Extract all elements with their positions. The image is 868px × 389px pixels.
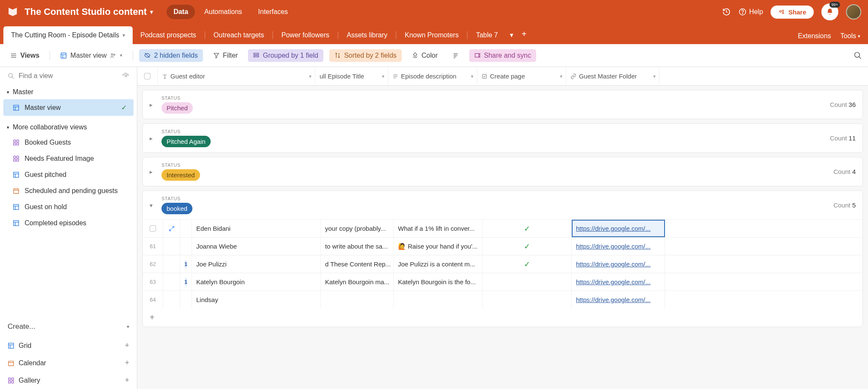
views-button[interactable]: Views (6, 49, 44, 62)
add-record-button[interactable]: + (143, 308, 862, 327)
cell-description[interactable] (394, 291, 483, 308)
status-pill: Pitched (161, 102, 193, 114)
cell-folder[interactable]: https://drive.google.com/... (572, 255, 665, 273)
user-avatar[interactable] (846, 4, 861, 20)
folder-link[interactable]: https://drive.google.com/... (576, 296, 651, 303)
svg-point-3 (782, 10, 784, 11)
column-header-create[interactable]: Create page ▾ (477, 67, 566, 85)
table-tab[interactable]: Table 7 (468, 26, 506, 44)
cell-title[interactable]: your copy (probably... (321, 220, 394, 237)
cell-title[interactable]: Katelyn Bourgoin ma... (321, 273, 394, 291)
app-logo-icon[interactable] (7, 6, 19, 18)
cell-create-page[interactable] (483, 273, 572, 291)
cell-description[interactable]: 🙋 Raise your hand if you'... (394, 238, 483, 255)
share-sync-button[interactable]: Share and sync (469, 49, 536, 62)
folder-link[interactable]: https://drive.google.com/... (576, 225, 651, 232)
table-tab[interactable]: Podcast prospects (133, 26, 204, 44)
nav-data[interactable]: Data (167, 5, 195, 19)
current-view-button[interactable]: Master view ▾ (56, 49, 127, 62)
expand-record-button[interactable] (163, 273, 180, 291)
group-header[interactable]: ▸STATUSPitched AgainCount 11 (143, 124, 862, 152)
expand-record-button[interactable] (163, 291, 180, 308)
create-view-item[interactable]: Calendar+ (0, 354, 137, 372)
row-checkbox[interactable] (150, 225, 156, 232)
notifications-button[interactable]: 99+ (821, 3, 838, 20)
sidebar-item[interactable]: Scheduled and pending guests (0, 183, 137, 199)
help-button[interactable]: Help (739, 8, 763, 16)
column-header-folder[interactable]: Guest Master Folder ▾ (566, 67, 659, 85)
share-button[interactable]: Share (771, 6, 814, 19)
grouped-button[interactable]: Grouped by 1 field (248, 49, 323, 62)
nav-interfaces[interactable]: Interfaces (251, 5, 295, 19)
column-header-guest[interactable]: Guest editor ▾ (158, 67, 315, 85)
cell-title[interactable]: d These Content Rep... (321, 255, 394, 273)
table-tab[interactable]: Known Promoters (397, 26, 466, 44)
expand-record-button[interactable] (163, 220, 180, 237)
cell-description[interactable]: Katelyn Bourgoin is the fo... (394, 273, 483, 291)
hidden-fields-button[interactable]: 2 hidden fields (139, 49, 203, 62)
cell-folder[interactable]: https://drive.google.com/... (572, 291, 665, 308)
group-header[interactable]: ▾STATUSbookedCount 5 (143, 191, 862, 219)
table-tab[interactable]: Power followers (274, 26, 337, 44)
cell-guest[interactable]: Joe Pulizzi (192, 255, 321, 273)
extensions-button[interactable]: Extensions (798, 32, 831, 40)
cell-guest[interactable]: Eden Bidani (192, 220, 321, 237)
table-tab[interactable]: Assets library (339, 26, 395, 44)
cell-description[interactable]: Joe Pulizzi is a content m... (394, 255, 483, 273)
cell-guest[interactable]: Katelyn Bourgoin (192, 273, 321, 291)
cell-folder[interactable]: https://drive.google.com/... (572, 238, 665, 255)
create-view-item[interactable]: Gallery+ (0, 372, 137, 389)
workspace-title[interactable]: The Content Studio content ▾ (25, 6, 153, 17)
expand-record-button[interactable] (163, 255, 180, 273)
sidebar-section-collab[interactable]: ▾ More collaborative views (0, 120, 137, 134)
cell-title[interactable] (321, 291, 394, 308)
sidebar-item[interactable]: Needs Featured Image (0, 151, 137, 167)
cell-create-page[interactable]: ✓ (483, 220, 572, 237)
filter-button[interactable]: Filter (209, 49, 242, 62)
cell-guest[interactable]: Joanna Wiebe (192, 238, 321, 255)
cell-guest[interactable]: Lindsay (192, 291, 321, 308)
cell-create-page[interactable]: ✓ (483, 255, 572, 273)
sidebar-item-master-view[interactable]: Master view ✓ (3, 99, 134, 116)
table-row[interactable]: 631Katelyn BourgoinKatelyn Bourgoin ma..… (143, 273, 862, 291)
row-height-button[interactable] (448, 50, 463, 62)
cell-folder[interactable]: https://drive.google.com/... (572, 220, 665, 237)
cell-create-page[interactable]: ✓ (483, 238, 572, 255)
folder-link[interactable]: https://drive.google.com/... (576, 278, 651, 285)
table-tab[interactable]: Outreach targets (206, 26, 272, 44)
table-tab-active[interactable]: The Cutting Room - Episode Details ▾ (3, 26, 133, 44)
folder-link[interactable]: https://drive.google.com/... (576, 243, 651, 250)
sidebar-item[interactable]: Guest on hold (0, 199, 137, 215)
sorted-button[interactable]: Sorted by 2 fields (329, 49, 402, 62)
group-header[interactable]: ▸STATUSPitchedCount 36 (143, 90, 862, 119)
nav-automations[interactable]: Automations (198, 5, 249, 19)
tabs-more-button[interactable]: ▾ (506, 26, 517, 44)
sidebar-item[interactable]: Guest pitched (0, 167, 137, 183)
column-header-title[interactable]: ull Episode Title ▾ (315, 67, 388, 85)
add-table-button[interactable]: + (517, 24, 531, 44)
sidebar-item[interactable]: Completed episodes (0, 215, 137, 231)
group-header[interactable]: ▸STATUSInterestedCount 4 (143, 157, 862, 186)
table-row[interactable]: 64Lindsayhttps://drive.google.com/... (143, 291, 862, 308)
sidebar-item[interactable]: Booked Guests (0, 134, 137, 151)
sidebar-section-master[interactable]: ▾ Master (0, 85, 137, 99)
search-icon[interactable] (854, 51, 862, 60)
gear-icon[interactable] (122, 73, 129, 79)
cell-folder[interactable]: https://drive.google.com/... (572, 273, 665, 291)
table-row[interactable]: Eden Bidaniyour copy (probably...What if… (143, 219, 862, 237)
tools-button[interactable]: Tools ▾ (840, 32, 860, 40)
cell-description[interactable]: What if a 1% lift in conver... (394, 220, 483, 237)
cell-create-page[interactable] (483, 291, 572, 308)
create-section[interactable]: Create... ▾ (0, 316, 137, 337)
history-icon[interactable] (722, 7, 731, 17)
cell-title[interactable]: to write about the sa... (321, 238, 394, 255)
table-row[interactable]: 621Joe Pulizzid These Content Rep...Joe … (143, 255, 862, 273)
folder-link[interactable]: https://drive.google.com/... (576, 260, 651, 268)
color-button[interactable]: Color (408, 49, 442, 62)
expand-record-button[interactable] (163, 238, 180, 255)
select-all-checkbox[interactable] (137, 67, 158, 85)
find-view-input[interactable] (19, 72, 118, 80)
table-row[interactable]: 61Joanna Wiebeto write about the sa...🙋 … (143, 237, 862, 255)
create-view-item[interactable]: Grid+ (0, 337, 137, 354)
column-header-desc[interactable]: Episode description ▾ (388, 67, 477, 85)
